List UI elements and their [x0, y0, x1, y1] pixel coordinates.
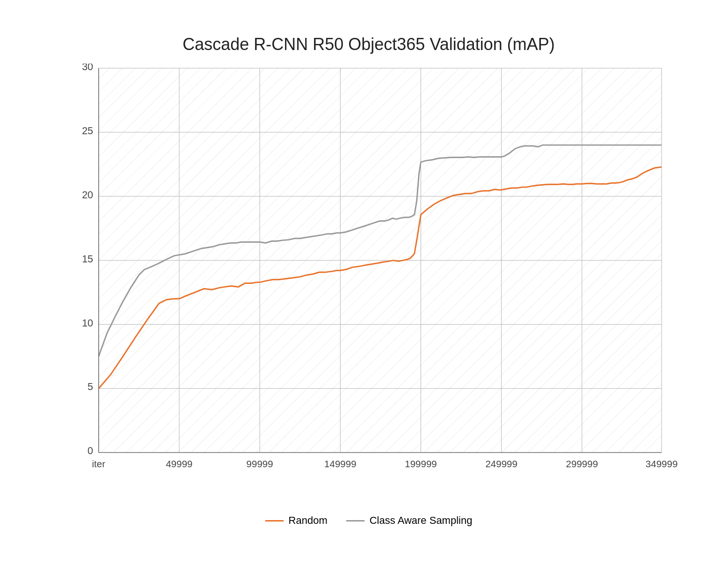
x-label-299999: 299999 [566, 458, 598, 469]
legend-random-label: Random [289, 514, 328, 527]
x-label-99999: 99999 [247, 458, 273, 469]
legend-cas-label: Class Aware Sampling [370, 514, 473, 527]
legend-cas: Class Aware Sampling [346, 514, 473, 527]
legend-random-line [265, 520, 284, 522]
chart-area: 0 5 10 15 20 25 30 iter 49999 99999 1499… [55, 64, 682, 485]
x-label-349999: 349999 [646, 458, 678, 469]
y-label-5: 5 [87, 381, 93, 392]
chart-legend: Random Class Aware Sampling [265, 514, 473, 527]
chart-title: Cascade R-CNN R50 Object365 Validation (… [55, 35, 682, 54]
chart-container: Cascade R-CNN R50 Object365 Validation (… [18, 16, 710, 549]
y-label-15: 15 [82, 254, 93, 265]
legend-cas-line [346, 520, 365, 522]
y-label-30: 30 [82, 64, 93, 72]
legend-random: Random [265, 514, 328, 527]
x-label-149999: 149999 [324, 458, 357, 469]
y-label-20: 20 [82, 189, 93, 201]
y-label-0: 0 [87, 445, 93, 456]
y-label-10: 10 [82, 318, 93, 329]
x-label-249999: 249999 [485, 458, 517, 469]
y-label-25: 25 [82, 125, 93, 137]
x-label-199999: 199999 [405, 458, 437, 469]
x-label-iter: iter [92, 458, 106, 469]
chart-svg: 0 5 10 15 20 25 30 iter 49999 99999 1499… [55, 64, 682, 485]
x-label-49999: 49999 [166, 458, 192, 469]
